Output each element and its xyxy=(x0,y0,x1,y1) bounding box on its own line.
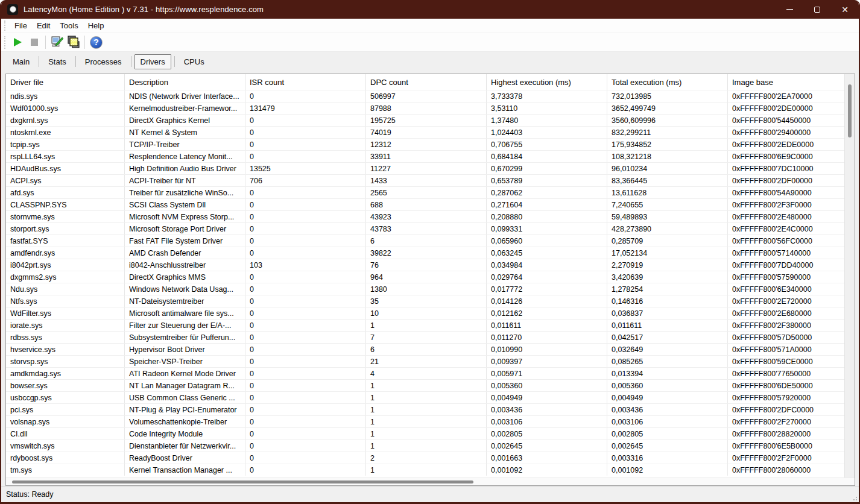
table-cell: Ndu.sys xyxy=(6,283,125,295)
table-row[interactable]: i8042prt.sysi8042-Anschlusstreiber103760… xyxy=(6,259,844,271)
table-row[interactable]: dxgmms2.sysDirectX Graphics MMS09640,029… xyxy=(6,271,844,283)
column-header[interactable]: Highest execution (ms) xyxy=(487,74,607,90)
column-header[interactable]: ISR count xyxy=(245,74,366,90)
tab-main[interactable]: Main xyxy=(5,54,37,69)
column-header[interactable]: Image base xyxy=(728,74,844,90)
table-row[interactable]: tm.sysKernel Transaction Manager ...010,… xyxy=(6,464,844,476)
table-row[interactable]: amdkmdag.sysATI Radeon Kernel Mode Drive… xyxy=(6,367,844,379)
table-row[interactable]: amdfendr.sysAMD Crash Defender0398220,06… xyxy=(6,247,844,259)
table-cell: 0 xyxy=(245,344,366,355)
table-row[interactable]: rdbss.sysSubsystemtreiber für Pufferun..… xyxy=(6,331,844,343)
table-row[interactable]: bowser.sysNT Lan Manager Datagram R...01… xyxy=(6,379,844,391)
table-cell: 0,208880 xyxy=(487,211,607,222)
drivers-panel: Driver fileDescriptionISR countDPC count… xyxy=(5,74,855,486)
table-cell: 0,001663 xyxy=(487,452,607,464)
tab-drivers[interactable]: Drivers xyxy=(134,54,171,69)
table-row[interactable]: volsnap.sysVolumeschattenkopie-Treiber01… xyxy=(6,415,844,427)
table-cell: 0,005360 xyxy=(487,380,607,391)
table-cell: 0xFFFFF800'2F2F0000 xyxy=(728,452,844,464)
vertical-scrollbar[interactable] xyxy=(844,74,855,477)
table-row[interactable]: ACPI.sysACPI-Treiber für NT70614330,6537… xyxy=(6,174,844,186)
column-header[interactable]: Description xyxy=(125,74,245,90)
table-cell: 7 xyxy=(366,332,487,343)
options-button[interactable] xyxy=(49,35,65,50)
table-row[interactable]: ntoskrnl.exeNT Kernel & System0740191,02… xyxy=(6,126,844,138)
menu-item-file[interactable]: File xyxy=(10,20,32,31)
table-cell: 0,001092 xyxy=(487,464,607,476)
table-cell: 0,032649 xyxy=(607,344,728,355)
table-row[interactable]: Wdf01000.sysKernelmodustreiber-Framewor.… xyxy=(6,102,844,114)
table-row[interactable]: vmswitch.sysDienstanbieter für Netzwerkv… xyxy=(6,439,844,452)
menu-item-edit[interactable]: Edit xyxy=(32,20,55,31)
table-cell: 87988 xyxy=(366,102,487,114)
menu-item-help[interactable]: Help xyxy=(83,20,109,31)
table-cell: 0xFFFFF800'2F270000 xyxy=(728,416,844,427)
table-row[interactable]: Ntfs.sysNT-Dateisystemtreiber0350,014126… xyxy=(6,295,844,307)
help-button[interactable]: ? xyxy=(88,35,104,50)
table-cell: 11227 xyxy=(366,163,487,174)
table-cell: 0,146316 xyxy=(607,295,728,307)
table-cell: dxgmms2.sys xyxy=(6,271,125,283)
tab-stats[interactable]: Stats xyxy=(40,54,74,69)
table-cell: 0xFFFFF800'2E680000 xyxy=(728,307,844,319)
table-cell: usbccgp.sys xyxy=(6,392,125,403)
copy-report-button[interactable] xyxy=(65,35,81,50)
tab-separator xyxy=(131,56,131,67)
table-rows: ndis.sysNDIS (Network Driver Interface..… xyxy=(6,90,844,477)
table-row[interactable]: storvsp.sysSpeicher-VSP-Treiber0210,0093… xyxy=(6,355,844,367)
table-row[interactable]: ndis.sysNDIS (Network Driver Interface..… xyxy=(6,90,844,102)
table-cell: 0xFFFFF800'6E5B0000 xyxy=(728,440,844,452)
close-button[interactable]: ✕ xyxy=(831,0,859,19)
horizontal-scrollbar-thumb[interactable] xyxy=(12,480,473,484)
table-cell: 428,273890 xyxy=(607,223,728,235)
table-cell: 0,003316 xyxy=(607,452,728,464)
table-cell: 0,042517 xyxy=(607,332,728,343)
tab-processes[interactable]: Processes xyxy=(77,54,130,69)
table-cell: 0,011270 xyxy=(487,332,607,343)
table-row[interactable]: usbccgp.sysUSB Common Class Generic ...0… xyxy=(6,391,844,403)
table-cell: 12312 xyxy=(366,139,487,150)
column-header[interactable]: Total execution (ms) xyxy=(607,74,728,90)
tab-cpus[interactable]: CPUs xyxy=(176,54,212,69)
table-cell: 0xFFFFF800'2E720000 xyxy=(728,295,844,307)
table-row[interactable]: storport.sysMicrosoft Storage Port Drive… xyxy=(6,222,844,235)
table-cell: 0,003436 xyxy=(487,404,607,415)
table-row[interactable]: Ndu.sysWindows Network Data Usag...01380… xyxy=(6,283,844,295)
table-row[interactable]: afd.sysTreiber für zusätzliche WinSo...0… xyxy=(6,186,844,198)
table-cell: afd.sys xyxy=(6,187,125,198)
stop-button[interactable] xyxy=(26,35,42,50)
table-cell: 74019 xyxy=(366,127,487,138)
resize-grip-icon[interactable] xyxy=(851,494,857,500)
maximize-button[interactable] xyxy=(803,0,831,19)
table-cell: 0,009397 xyxy=(487,356,607,367)
table-row[interactable]: rdyboost.sysReadyBoost Driver020,0016630… xyxy=(6,452,844,464)
table-cell: DirectX Graphics MMS xyxy=(125,271,245,283)
column-header[interactable]: Driver file xyxy=(6,74,125,90)
table-row[interactable]: HDAudBus.sysHigh Definition Audio Bus Dr… xyxy=(6,162,844,174)
table-row[interactable]: dxgkrnl.sysDirectX Graphics Kernel019572… xyxy=(6,114,844,126)
table-row[interactable]: pci.sysNT-Plug & Play PCI-Enumerator010,… xyxy=(6,403,844,415)
table-row[interactable]: WdFilter.sysMicrosoft antimalware file s… xyxy=(6,307,844,319)
table-row[interactable]: CLASSPNP.SYSSCSI Class System Dll06880,2… xyxy=(6,198,844,210)
vertical-scrollbar-thumb[interactable] xyxy=(848,84,852,137)
table-row[interactable]: fastfat.SYSFast FAT File System Driver06… xyxy=(6,235,844,247)
column-header[interactable]: DPC count xyxy=(366,74,487,90)
table-row[interactable]: CI.dllCode Integrity Module010,0028050,0… xyxy=(6,427,844,439)
table-cell: rdyboost.sys xyxy=(6,452,125,464)
table-cell: pci.sys xyxy=(6,404,125,415)
start-button[interactable] xyxy=(10,35,26,50)
table-cell: 0,011611 xyxy=(607,320,728,331)
menu-item-tools[interactable]: Tools xyxy=(55,20,83,31)
minimize-button[interactable] xyxy=(776,0,803,19)
table-row[interactable]: tcpip.sysTCP/IP-Treiber0123120,706755175… xyxy=(6,138,844,150)
table-row[interactable]: rspLLL64.sysResplendence Latency Monit..… xyxy=(6,150,844,162)
table-cell: 1,278254 xyxy=(607,283,728,295)
table-row[interactable]: stornvme.sysMicrosoft NVM Express Storp.… xyxy=(6,210,844,222)
table-row[interactable]: hvservice.sysHypervisor Boot Driver060,0… xyxy=(6,343,844,355)
horizontal-scrollbar[interactable] xyxy=(6,477,855,485)
table-row[interactable]: iorate.sysFilter zur Steuerung der E/A-.… xyxy=(6,319,844,331)
table-cell: Microsoft NVM Express Storp... xyxy=(125,211,245,222)
table-cell: HDAudBus.sys xyxy=(6,163,125,174)
window-title: LatencyMon (Home Edition ) v 7.31 - http… xyxy=(24,5,264,14)
table-cell: 0,017772 xyxy=(487,283,607,295)
